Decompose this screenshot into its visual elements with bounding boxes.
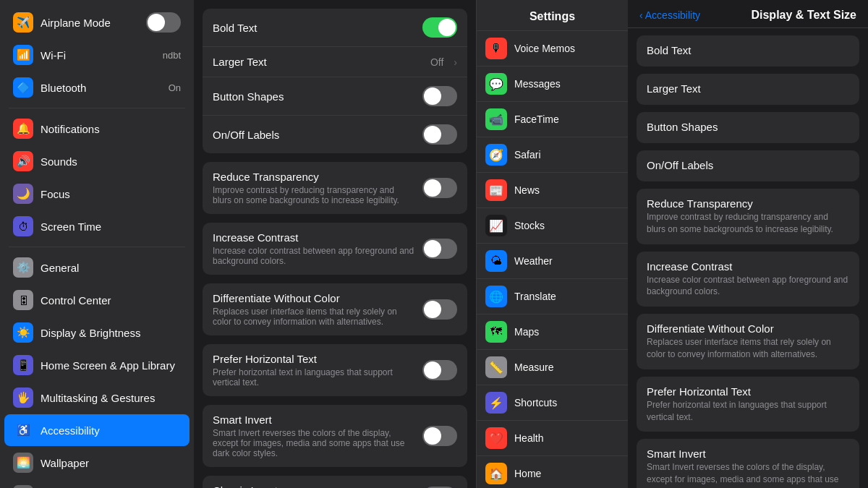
app-list-item-health[interactable]: ❤️Health [477,421,628,456]
r-onoff-labels-title: On/Off Labels [647,159,849,171]
sidebar-item-screen-time[interactable]: ⏱ Screen Time [4,210,190,242]
app-list-item-voice-memos[interactable]: 🎙Voice Memos [477,31,628,67]
app-list-item-stocks[interactable]: 📈Stocks [477,208,628,244]
app-list-item-safari[interactable]: 🧭Safari [477,137,628,173]
sidebar-item-notifications[interactable]: 🔔 Notifications [4,113,190,145]
sidebar-label-notifications: Notifications [41,123,181,135]
r-prefer-horizontal-desc: Prefer horizontal text in languages that… [647,399,849,424]
sidebar-item-general[interactable]: ⚙️ General [4,252,190,283]
sidebar-item-wallpaper[interactable]: 🌅 Wallpaper [4,447,190,479]
control-center-icon: 🎛 [13,290,33,310]
r-prefer-horizontal-title: Prefer Horizontal Text [647,385,849,398]
right-item-r-onoff-labels[interactable]: On/Off Labels [637,150,859,181]
sidebar-item-control-center[interactable]: 🎛 Control Center [4,284,190,316]
app-list-item-maps[interactable]: 🗺Maps [477,314,628,350]
right-item-r-increase-contrast[interactable]: Increase ContrastIncrease color contrast… [637,252,859,307]
sidebar-label-home-screen: Home Screen & App Library [41,359,181,372]
right-group-r-bold-text: Bold Text [637,35,859,67]
accessibility-icon: ♿ [13,420,33,440]
smart-invert-toggle[interactable] [422,426,457,446]
app-list-item-facetime[interactable]: 📹FaceTime [477,102,628,137]
app-list-item-measure[interactable]: 📏Measure [477,350,628,385]
button-shapes-toggle[interactable] [422,86,457,106]
right-group-r-onoff-labels: On/Off Labels [637,150,859,181]
larger-text-chevron: › [454,56,457,68]
increase-contrast-row[interactable]: Increase Contrast Increase color contras… [203,223,467,275]
r-reduce-transparency-title: Reduce Transparency [647,197,849,210]
button-shapes-row[interactable]: Button Shapes [203,77,467,116]
r-increase-contrast-desc: Increase color contrast between app fore… [647,274,849,299]
sidebar-label-control-center: Control Center [41,294,181,307]
sidebar-item-siri[interactable]: 🎤 Siri & Search [4,479,190,488]
sidebar-item-bluetooth[interactable]: 🔷 Bluetooth On [4,72,190,103]
onoff-labels-row[interactable]: On/Off Labels [203,116,467,153]
reduce-transparency-toggle[interactable] [422,178,457,198]
r-reduce-transparency-desc: Improve contrast by reducing transparenc… [647,211,849,236]
reduce-transparency-row[interactable]: Reduce Transparency Improve contrast by … [203,162,467,214]
facetime-name: FaceTime [514,114,559,125]
prefer-horizontal-desc: Prefer horizontal text in languages that… [213,367,415,388]
right-item-r-reduce-transparency[interactable]: Reduce TransparencyImprove contrast by r… [637,189,859,244]
multitasking-icon: 🖐 [13,388,33,408]
button-shapes-label: Button Shapes [213,90,415,103]
weather-icon: 🌤 [485,250,507,272]
right-item-r-differentiate-color[interactable]: Differentiate Without ColorReplaces user… [637,314,859,369]
classic-invert-label: Classic Invert [213,484,415,488]
display-text-size-panel: ‹ Accessibility Display & Text Size Bold… [628,0,868,488]
messages-icon: 💬 [485,73,507,95]
home-name: Home [514,468,541,479]
bold-text-row[interactable]: Bold Text [203,9,467,47]
increase-contrast-toggle[interactable] [422,239,457,259]
voice-memos-icon: 🎙 [485,38,507,59]
app-list-item-shortcuts[interactable]: ⚡Shortcuts [477,385,628,421]
back-button[interactable]: ‹ Accessibility [639,9,700,21]
sidebar-item-multitasking[interactable]: 🖐 Multitasking & Gestures [4,382,190,414]
sidebar-item-accessibility[interactable]: ♿ Accessibility [4,414,190,446]
shortcuts-icon: ⚡ [485,392,507,414]
app-list-item-news[interactable]: 📰News [477,173,628,208]
stocks-icon: 📈 [485,215,507,236]
smart-invert-row[interactable]: Smart Invert Smart Invert reverses the c… [203,405,467,467]
classic-invert-row[interactable]: Classic Invert Classic Invert reverses t… [203,476,467,488]
app-list-item-translate[interactable]: 🌐Translate [477,279,628,314]
right-item-r-bold-text[interactable]: Bold Text [637,35,859,67]
sidebar-item-home-screen[interactable]: 📱 Home Screen & App Library [4,349,190,381]
app-settings-list: Settings 🎙Voice Memos💬Messages📹FaceTime🧭… [476,0,628,488]
r-differentiate-color-desc: Replaces user interface items that rely … [647,336,849,361]
facetime-icon: 📹 [485,108,507,130]
app-list-item-home[interactable]: 🏠Home [477,456,628,488]
prefer-horizontal-row[interactable]: Prefer Horizontal Text Prefer horizontal… [203,344,467,396]
right-item-r-button-shapes[interactable]: Button Shapes [637,112,859,143]
right-item-r-smart-invert[interactable]: Smart InvertSmart Invert reverses the co… [637,439,859,488]
sidebar-item-focus[interactable]: 🌙 Focus [4,178,190,210]
sidebar-item-airplane-mode[interactable]: ✈️ Airplane Mode [4,7,190,38]
right-item-r-larger-text[interactable]: Larger Text [637,74,859,105]
health-name: Health [514,432,543,444]
prefer-horizontal-toggle[interactable] [422,360,457,380]
right-item-r-prefer-horizontal[interactable]: Prefer Horizontal TextPrefer horizontal … [637,377,859,432]
sidebar-item-sounds[interactable]: 🔊 Sounds [4,145,190,177]
right-settings: Bold TextLarger TextButton ShapesOn/Off … [628,35,868,488]
larger-text-value: Off [430,56,443,68]
differentiate-color-toggle[interactable] [422,299,457,320]
sidebar-divider-2 [9,247,185,247]
sidebar-label-multitasking: Multitasking & Gestures [41,392,181,404]
larger-text-label: Larger Text [213,56,423,68]
increase-contrast-group: Increase Contrast Increase color contras… [203,223,467,275]
bold-text-toggle[interactable] [422,17,457,38]
sidebar-item-wifi[interactable]: 📶 Wi-Fi ndbt [4,39,190,71]
app-list-item-messages[interactable]: 💬Messages [477,67,628,102]
sidebar-item-display-brightness[interactable]: ☀️ Display & Brightness [4,317,190,348]
display-text-size-settings: Bold Text Larger Text Off › Button Shape… [194,0,476,488]
onoff-labels-toggle[interactable] [422,124,457,145]
differentiate-color-row[interactable]: Differentiate Without Color Replaces use… [203,283,467,335]
larger-text-row[interactable]: Larger Text Off › [203,47,467,77]
airplane-mode-icon: ✈️ [13,12,33,33]
general-icon: ⚙️ [13,257,33,278]
right-group-r-larger-text: Larger Text [637,74,859,105]
airplane-mode-toggle[interactable] [146,12,181,33]
center-list-header: Settings [477,0,628,31]
right-group-r-reduce-transparency: Reduce TransparencyImprove contrast by r… [637,189,859,244]
sidebar-label-airplane-mode: Airplane Mode [41,17,139,29]
app-list-item-weather[interactable]: 🌤Weather [477,244,628,279]
